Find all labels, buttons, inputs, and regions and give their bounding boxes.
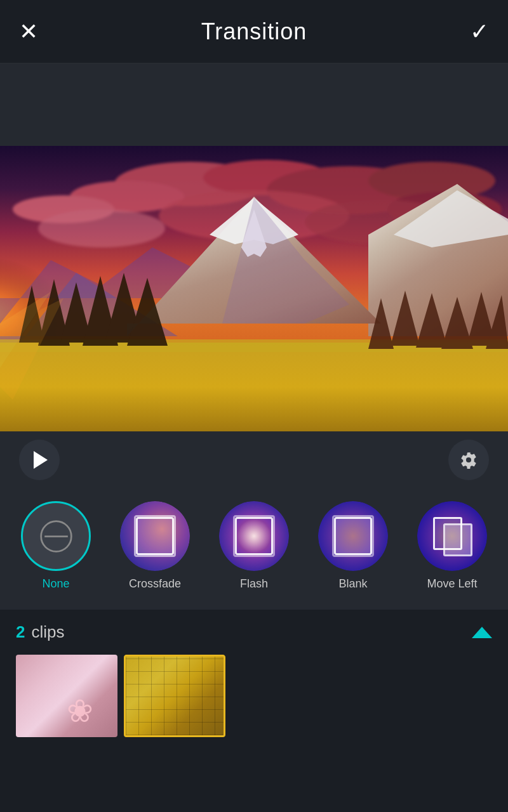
grid-overlay (126, 657, 224, 735)
moveleft-bg (417, 501, 487, 571)
controls-bar (0, 431, 508, 488)
transition-blank-label: Blank (338, 577, 367, 591)
transition-flash[interactable]: Flash (211, 501, 297, 591)
crossfade-bg (120, 501, 190, 571)
svg-rect-20 (0, 343, 508, 431)
no-entry-icon (39, 519, 74, 554)
settings-button[interactable] (448, 440, 489, 480)
transition-blank[interactable]: Blank (310, 501, 396, 591)
transition-moveleft-circle (417, 501, 487, 571)
clips-text: clips (31, 622, 64, 642)
close-button[interactable]: ✕ (19, 18, 38, 45)
gear-icon (460, 451, 478, 469)
transition-none[interactable]: None (13, 501, 99, 591)
clip-thumbnail-2[interactable] (124, 655, 225, 737)
clips-section: 2 clips (0, 610, 508, 747)
transition-move-left[interactable]: Move Left (409, 501, 495, 591)
blank-bg (318, 501, 388, 571)
crossfade-icon (136, 517, 174, 555)
transition-moveleft-label: Move Left (427, 577, 477, 591)
flash-icon (235, 517, 273, 555)
moveleft-icon (433, 517, 471, 555)
preview-image (0, 146, 508, 431)
blank-icon (334, 517, 372, 555)
svg-point-10 (38, 209, 165, 247)
play-button[interactable] (19, 440, 60, 480)
preview-top-bg (0, 63, 508, 146)
transition-none-label: None (42, 577, 69, 591)
transition-blank-circle (318, 501, 388, 571)
moveleft-page2 (443, 523, 472, 556)
clips-number: 2 (16, 622, 25, 642)
transitions-panel: None Crossfade Flash Blank (0, 488, 508, 610)
transition-flash-label: Flash (240, 577, 268, 591)
transition-crossfade-label: Crossfade (129, 577, 181, 591)
flash-bg (219, 501, 289, 571)
transition-none-circle (21, 501, 91, 571)
clips-header: 2 clips (16, 622, 492, 642)
collapse-button[interactable] (472, 627, 492, 638)
clips-thumbnails (16, 655, 492, 737)
confirm-button[interactable]: ✓ (470, 18, 489, 45)
flower-decoration (67, 693, 105, 731)
clips-count: 2 clips (16, 622, 64, 642)
transition-crossfade-circle (120, 501, 190, 571)
transition-flash-circle (219, 501, 289, 571)
transition-crossfade[interactable]: Crossfade (112, 501, 198, 591)
page-title: Transition (201, 18, 307, 45)
play-icon (34, 451, 48, 469)
header: ✕ Transition ✓ (0, 0, 508, 63)
clip-thumbnail-1[interactable] (16, 655, 117, 737)
